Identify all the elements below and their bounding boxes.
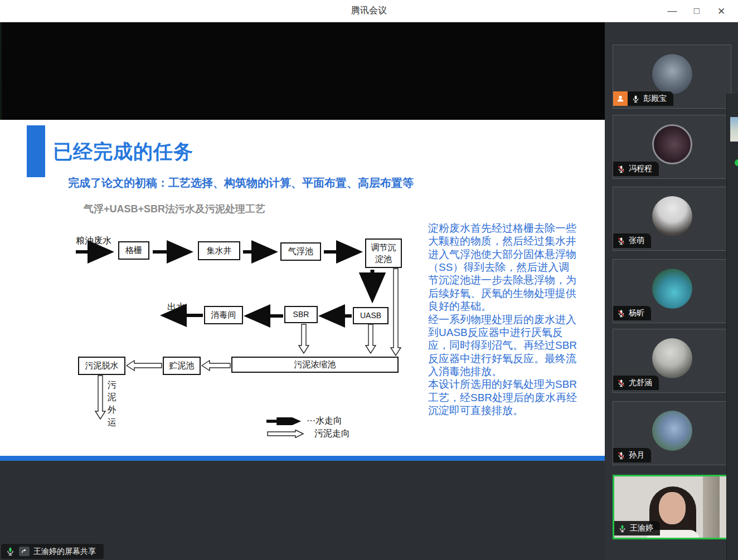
name-tag: 尤舒涵: [613, 376, 659, 390]
window-title: 腾讯会议: [0, 5, 738, 17]
diagram-title: 气浮+UASB+SBR法污水及污泥处理工艺: [84, 202, 265, 216]
flow-box-grill: 格栅: [118, 241, 149, 260]
flow-box-thickener: 污泥浓缩池: [231, 357, 399, 373]
slide-subtitle: 完成了论文的初稿：工艺选择、构筑物的计算、平面布置、高层布置等: [68, 176, 414, 191]
mic-muted-icon: [617, 237, 625, 245]
window-controls: — □ ✕: [660, 0, 734, 22]
name-tag: 彭殿宝: [613, 91, 673, 106]
screen-share-banner[interactable]: 王渝婷的屏幕共享: [1, 544, 104, 559]
flow-label-input: 粮油废水: [76, 235, 111, 247]
flow-diagram: 粮油废水 格栅 集水井 气浮池 调节沉 淀池 UASB SBR 消毒间 出水 污…: [71, 223, 442, 456]
participant-name: 尤舒涵: [629, 378, 652, 388]
mic-active-icon: [6, 547, 15, 556]
description-paragraph-1: 淀粉废水首先经过格栅去除一些大颗粒的物质，然后经过集水井进入气浮池使大部分固体悬…: [428, 222, 580, 313]
name-tag: 张萌: [613, 233, 651, 248]
maximize-button[interactable]: □: [684, 0, 709, 22]
participant-tile-pengdianbao[interactable]: 彭殿宝: [613, 45, 731, 109]
avatar: [652, 196, 692, 236]
page-title: 已经完成的任务: [53, 139, 193, 165]
description-paragraph-3: 本设计所选用的好氧处理为SBR工艺，经SBR处理后的废水再经沉淀即可直接排放。: [428, 378, 580, 417]
flow-box-regulating-line2: 淀池: [375, 254, 392, 265]
participant-name: 杨昕: [629, 308, 644, 318]
description-paragraph-2: 经一系列物理处理后的废水进入到UASB反应器中进行厌氧反应，同时得到沼气。再经过…: [428, 313, 580, 378]
shared-screen: 已经完成的任务 完成了论文的初稿：工艺选择、构筑物的计算、平面布置、高层布置等 …: [0, 22, 605, 560]
flow-box-flotation: 气浮池: [280, 242, 321, 261]
name-tag: 孙月: [613, 448, 651, 462]
legend-water-label: 水走向: [315, 415, 342, 427]
avatar: [652, 269, 692, 309]
collapsed-panel-strip[interactable]: [726, 94, 738, 560]
participant-tile-sunyue[interactable]: 孙月: [613, 401, 731, 465]
flow-legend: ··· 水走向 污泥走向: [265, 415, 350, 440]
description-panel: 淀粉废水首先经过格栅去除一些大颗粒的物质，然后经过集水井进入气浮池使大部分固体悬…: [428, 222, 580, 417]
flow-box-uasb: UASB: [353, 307, 389, 324]
legend-sludge-row: 污泥走向: [265, 427, 350, 440]
flow-label-outflow: 出水: [167, 301, 185, 313]
avatar: [652, 54, 692, 94]
avatar: [652, 338, 692, 378]
flow-box-storage: 贮泥池: [163, 357, 201, 375]
flow-box-sbr: SBR: [284, 306, 318, 323]
avatar: [652, 124, 692, 164]
screen-share-icon: [19, 547, 30, 556]
slide: 已经完成的任务 完成了论文的初稿：工艺选择、构筑物的计算、平面布置、高层布置等 …: [0, 120, 605, 456]
participant-tile-wangyuting[interactable]: 王渝婷: [613, 475, 731, 539]
participant-name: 冯程程: [629, 164, 652, 174]
slide-bottom-bar: [0, 456, 605, 461]
participant-tile-zhangmeng[interactable]: 张萌: [613, 187, 731, 251]
mic-on-icon: [632, 95, 640, 103]
participant-name: 孙月: [629, 450, 644, 460]
legend-sludge-label: 污泥走向: [314, 428, 350, 440]
person-icon: [616, 94, 625, 103]
mic-muted-icon: [617, 379, 625, 387]
slide-accent-bar: [27, 125, 45, 177]
participant-name: 彭殿宝: [643, 94, 667, 104]
participant-name: 王渝婷: [630, 523, 653, 533]
flow-box-disinfect: 消毒间: [204, 306, 243, 324]
flow-box-dewater: 污泥脱水: [78, 357, 125, 375]
legend-water-row: ··· 水走向: [265, 415, 350, 427]
legend-solid-arrow-icon: [265, 417, 304, 425]
flow-label-sludge-out: 污泥外运: [107, 379, 117, 429]
overlay-thumbnail: [730, 117, 738, 142]
name-tag: 王渝婷: [614, 521, 660, 535]
name-tag: 杨昕: [613, 306, 651, 320]
legend-hollow-arrow-icon: [265, 430, 304, 438]
titlebar: 腾讯会议 — □ ✕: [0, 0, 738, 22]
mic-muted-icon: [617, 165, 625, 173]
participant-name: 张萌: [629, 236, 644, 246]
minimize-button[interactable]: —: [660, 0, 684, 22]
legend-dots: ···: [307, 416, 315, 426]
close-button[interactable]: ✕: [709, 0, 734, 22]
participant-tile-youshuhan[interactable]: 尤舒涵: [613, 329, 731, 393]
participant-tile-fengchengcheng[interactable]: 冯程程: [613, 115, 731, 179]
participants-sidebar: 彭殿宝 冯程程: [605, 22, 738, 560]
flow-box-collect-well: 集水井: [198, 241, 240, 260]
name-tag: 冯程程: [613, 162, 659, 176]
overlay-green-dot: [735, 159, 738, 166]
mic-muted-icon: [617, 451, 625, 460]
avatar: [652, 411, 692, 451]
mic-muted-icon: [617, 309, 625, 318]
host-badge: [613, 91, 628, 106]
mic-active-icon: [618, 524, 627, 533]
participant-tile-yangxin[interactable]: 杨昕: [613, 259, 731, 323]
screen-share-label: 王渝婷的屏幕共享: [33, 547, 96, 557]
flow-box-regulating-tank: 调节沉 淀池: [365, 238, 402, 268]
flow-box-regulating-line1: 调节沉: [371, 242, 396, 253]
